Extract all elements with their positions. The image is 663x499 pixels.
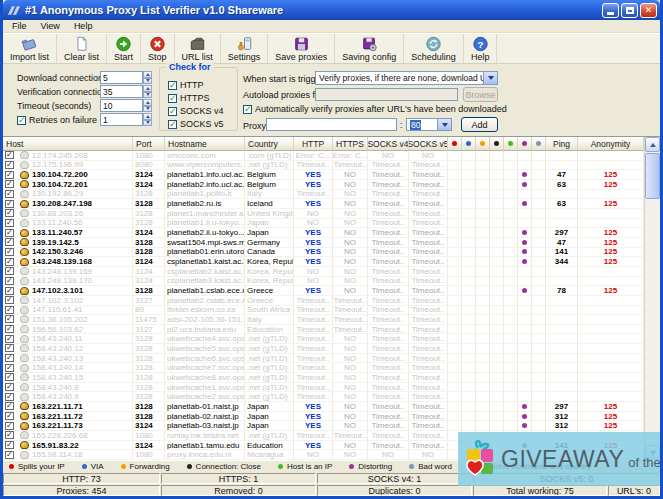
row-checkbox[interactable]	[5, 306, 14, 314]
checkbox[interactable]	[168, 81, 177, 90]
table-row[interactable]: 12.175.196.998080www.vipercomputers.....…	[3, 161, 644, 171]
column-header-anonymity[interactable]: Anonymity	[578, 137, 644, 151]
table-row[interactable]: 130.104.72.2013124planetlab2.info.ucl.ac…	[3, 180, 644, 190]
toolbar-save-proxies-button[interactable]: Save proxies	[268, 34, 335, 63]
row-checkbox[interactable]	[5, 151, 14, 159]
row-checkbox[interactable]	[5, 200, 14, 208]
row-checkbox[interactable]	[5, 335, 14, 343]
scrollbar-thumb[interactable]	[645, 153, 660, 199]
table-row[interactable]: 158.43.240.133128ukwebcache6.svc.ops....…	[3, 354, 644, 364]
table-row[interactable]: 133.11.240.563128planetlab1.ii.u-tokyo..…	[3, 219, 644, 229]
scroll-up-icon[interactable]	[645, 137, 660, 152]
row-checkbox[interactable]	[5, 190, 14, 198]
menu-help[interactable]: Help	[67, 20, 100, 32]
auto-verify-row[interactable]: Automatically verify proxies after URL's…	[243, 104, 507, 114]
row-checkbox[interactable]	[5, 171, 14, 179]
table-row[interactable]: 143.248.139.1683124csplanetlab1.kaist.ac…	[3, 257, 644, 267]
when-start-select[interactable]: Verify proxies, if there are none, downl…	[315, 71, 498, 85]
table-row[interactable]: 130.104.72.2003124planetlab1.info.ucl.ac…	[3, 170, 644, 180]
row-checkbox[interactable]	[5, 431, 14, 439]
retries-input[interactable]	[100, 113, 143, 126]
row-checkbox[interactable]	[5, 325, 14, 333]
table-row[interactable]: 163.221.11.733124planetlab-03.naist.jpJa…	[3, 421, 644, 431]
column-header-forwarding[interactable]	[476, 137, 490, 151]
row-checkbox[interactable]	[5, 364, 14, 372]
toolbar-start-button[interactable]: Start	[107, 34, 141, 63]
row-checkbox[interactable]	[5, 229, 14, 237]
checkbox[interactable]	[168, 120, 177, 129]
browse-button[interactable]: Browse	[463, 87, 498, 102]
close-button[interactable]: ✕	[640, 3, 657, 18]
check-for-https[interactable]: HTTPS	[168, 93, 210, 103]
column-header-country[interactable]: Country	[245, 137, 294, 151]
table-row[interactable]: 130.208.247.1983128planetlab2.ru.isIcela…	[3, 199, 644, 209]
table-row[interactable]: 147.102.3.1023127planetlab2.cslab.ece.n.…	[3, 296, 644, 306]
row-checkbox[interactable]	[5, 393, 14, 401]
table-row[interactable]: 142.150.3.2463128planetlab01.erin.utoro.…	[3, 248, 644, 258]
toolbar-import-list-button[interactable]: Import list	[3, 34, 57, 63]
column-header-hostname[interactable]: Hostname	[165, 137, 245, 151]
row-checkbox[interactable]	[5, 180, 14, 188]
table-row[interactable]: 163.221.11.713128planetlab-01.naist.jpJa…	[3, 402, 644, 412]
column-header-distorting[interactable]	[518, 137, 532, 151]
auto-verify-checkbox[interactable]	[243, 105, 252, 114]
table-row[interactable]: 158.43.240.143128ukwebcache7.svc.ops....…	[3, 363, 644, 373]
download-connections-input[interactable]	[100, 71, 143, 84]
row-checkbox[interactable]	[5, 248, 14, 256]
table-row[interactable]: 130.88.203.263128planet1.manchester.a...…	[3, 209, 644, 219]
table-row[interactable]: 163.221.11.723128planetlab-02.naist.jpJa…	[3, 412, 644, 422]
download-connections-spinner[interactable]	[143, 71, 152, 84]
table-row[interactable]: 158.43.240.153128ukwebcache8.svc.ops....…	[3, 373, 644, 383]
column-header-ping[interactable]: Ping	[546, 137, 578, 151]
proxy-port-select[interactable]: 80	[406, 118, 452, 131]
table-row[interactable]: 133.11.240.573124planetlab2.ii.u-tokyo..…	[3, 228, 644, 238]
table-row[interactable]: 158.43.240.123128ukwebcache5.svc.ops....…	[3, 344, 644, 354]
column-header-spills-your-ip[interactable]	[448, 137, 462, 151]
row-checkbox[interactable]	[5, 383, 14, 391]
add-button[interactable]: Add	[461, 117, 498, 132]
check-for-socks-v5[interactable]: SOCKS v5	[168, 119, 224, 129]
row-checkbox[interactable]	[5, 287, 14, 295]
row-checkbox[interactable]	[5, 277, 14, 285]
timeout-input[interactable]	[100, 99, 143, 112]
column-header-socks4[interactable]: SOCKS v4	[368, 137, 409, 151]
column-header-http[interactable]: HTTP	[294, 137, 333, 151]
toolbar-stop-button[interactable]: Stop	[141, 34, 175, 63]
autoload-input[interactable]	[315, 88, 458, 101]
row-checkbox[interactable]	[5, 451, 14, 459]
retries-spinner[interactable]	[143, 113, 152, 126]
row-checkbox[interactable]	[5, 296, 14, 304]
row-checkbox[interactable]	[5, 402, 14, 410]
table-row[interactable]: 143.248.139.1693124csplanetlab2.kaist.ac…	[3, 267, 644, 277]
row-checkbox[interactable]	[5, 422, 14, 430]
row-checkbox[interactable]	[5, 441, 14, 449]
row-checkbox[interactable]	[5, 315, 14, 323]
table-row[interactable]: 147.102.3.1013128planetlab1.cslab.ece.n.…	[3, 286, 644, 296]
toolbar-saving-config-button[interactable]: Saving config	[335, 34, 404, 63]
table-row[interactable]: 139.19.142.53128swsat1504.mpi-sws.m...Ge…	[3, 238, 644, 248]
column-header-host-is-an-ip[interactable]	[504, 137, 518, 151]
maximize-button[interactable]	[621, 3, 638, 18]
vertical-scrollbar[interactable]	[644, 137, 660, 460]
checkbox[interactable]	[168, 107, 177, 116]
table-row[interactable]: 151.36.105.20211475adsl-202-105.36-151..…	[3, 315, 644, 325]
toolbar-help-button[interactable]: ?Help	[464, 34, 498, 63]
row-checkbox[interactable]	[5, 219, 14, 227]
retries-checkbox[interactable]	[17, 116, 26, 125]
chevron-down-icon[interactable]	[483, 72, 497, 84]
table-row[interactable]: 158.43.240.83128ukwebcache1.svc.ops....n…	[3, 383, 644, 393]
timeout-spinner[interactable]	[143, 99, 152, 112]
column-header-https[interactable]: HTTPS	[333, 137, 368, 151]
table-row[interactable]: 12.174.245.2081080smcconc.com.com (gTLD)…	[3, 151, 644, 161]
verification-connections-spinner[interactable]	[143, 85, 152, 98]
checkbox[interactable]	[168, 94, 177, 103]
row-checkbox[interactable]	[5, 161, 14, 169]
column-header-socks5[interactable]: SOCKS v5	[409, 137, 448, 151]
row-checkbox[interactable]	[5, 344, 14, 352]
verification-connections-input[interactable]	[100, 85, 143, 98]
toolbar-url-list-button[interactable]: URL list	[175, 34, 221, 63]
toolbar-settings-button[interactable]: Settings	[221, 34, 269, 63]
table-row[interactable]: 158.43.240.113128ukwebcache4.svc.ops....…	[3, 334, 644, 344]
table-row[interactable]: 130.192.86.293128planetlab1.polito.itIta…	[3, 190, 644, 200]
table-row[interactable]: 147.110.61.4180ifolder.eskom.co.zaSouth …	[3, 306, 644, 316]
